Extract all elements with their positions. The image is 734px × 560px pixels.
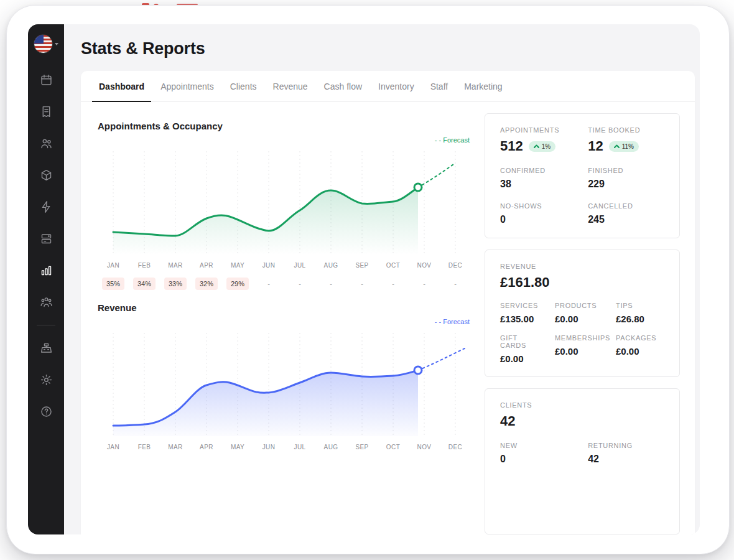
month-label: NOV [409,444,440,450]
occupancy-badge-empty: - [299,280,301,287]
appointments-label: APPOINTMENTS [500,126,588,134]
no-shows-value: 0 [500,214,588,225]
us-flag-icon [34,34,53,54]
sidebar-item-calendar[interactable] [40,73,53,86]
clients-value: 42 [500,413,664,429]
calendar-icon [40,73,53,86]
tab-clients[interactable]: Clients [222,71,265,101]
tab-marketing[interactable]: Marketing [456,71,510,101]
sidebar-nav-bottom [40,342,53,418]
sidebar-item-help[interactable] [40,405,53,418]
month-label: OCT [378,444,409,450]
tips-label: TIPS [616,302,664,309]
sidebar-item-clients[interactable] [40,137,53,150]
occupancy-badge-empty: - [267,280,270,287]
month-label: SEP [346,444,378,450]
occupancy-badge-empty: - [454,280,457,287]
no-shows-label: NO-SHOWS [500,202,588,210]
month-label: AUG [315,444,346,450]
tablet-frame: Stats & Reports Dashboard Appointments C… [6,5,730,554]
month-label: DEC [440,444,471,450]
returning-clients-value: 42 [588,454,664,465]
new-clients-label: NEW [500,442,588,449]
memberships-value: £0.00 [555,346,616,357]
sidebar-item-settings[interactable] [40,373,53,386]
tab-cashflow[interactable]: Cash flow [316,71,370,101]
tab-appointments[interactable]: Appointments [152,71,222,101]
month-label: JUL [284,444,315,450]
occupancy-month-axis: JANFEBMARAPRMAYJUNJULAUGSEPOCTNOVDEC [98,262,471,269]
cancelled-label: CANCELLED [588,202,664,210]
sidebar [28,24,64,534]
sidebar-item-inventory[interactable] [40,169,53,182]
trend-up-icon [534,144,539,148]
services-value: £135.00 [500,314,555,324]
sidebar-nav [40,73,53,309]
occupancy-badge-row: 35% 34% 33% 32% 29% - - - - - - - [98,276,471,291]
products-value: £0.00 [555,314,616,324]
cash-register-icon [40,342,53,355]
month-label: JUN [253,444,284,450]
sidebar-item-till[interactable] [40,232,53,245]
bar-chart-icon [40,264,53,277]
report-tabs: Dashboard Appointments Clients Revenue C… [81,71,695,102]
time-booked-value: 12 [588,138,603,154]
sidebar-item-register[interactable] [40,342,53,355]
account-flag-button[interactable] [34,34,58,54]
app-screen: Stats & Reports Dashboard Appointments C… [28,24,700,534]
sidebar-divider [37,325,55,325]
services-label: SERVICES [500,302,555,309]
tab-staff[interactable]: Staff [422,71,457,101]
occupancy-badge: 33% [164,278,187,290]
month-label: MAR [160,444,191,450]
time-booked-delta-badge: 11% [609,141,639,152]
month-label: OCT [378,262,409,269]
month-label: APR [191,262,222,269]
stats-cards-column: APPOINTMENTS 512 1% [485,113,680,534]
appointments-card: APPOINTMENTS 512 1% [485,113,680,238]
main-area: Stats & Reports Dashboard Appointments C… [64,24,700,534]
charts-column: Appointments & Occupancy - - Forecast [98,113,471,534]
appointments-value: 512 [500,138,523,154]
revenue-forecast-legend: - - Forecast [98,318,470,325]
chevron-down-icon [55,43,58,45]
occupancy-badge: 34% [133,278,156,290]
appointments-delta-badge: 1% [529,141,555,152]
cash-drawer-icon [40,232,53,245]
occupancy-badge-empty: - [392,280,394,287]
month-label: JUN [253,262,284,269]
gift-cards-label: GIFT CARDS [500,334,535,349]
time-booked-label: TIME BOOKED [588,126,664,134]
time-booked-delta: 11% [622,143,634,150]
occupancy-badge: 29% [226,278,249,290]
memberships-label: MEMBERSHIPS [555,334,616,342]
revenue-current-marker [414,366,422,374]
tab-revenue[interactable]: Revenue [265,71,316,101]
sidebar-item-reports[interactable] [40,264,53,277]
appointments-delta: 1% [542,143,550,150]
lightning-icon [40,200,53,213]
new-clients-value: 0 [500,454,588,465]
packages-label: PACKAGES [616,334,664,342]
month-label: MAY [222,444,253,450]
confirmed-value: 38 [500,179,588,190]
revenue-month-axis: JANFEBMARAPRMAYJUNJULAUGSEPOCTNOVDEC [98,444,471,450]
occupancy-badge-empty: - [330,280,332,287]
package-icon [40,169,53,182]
clients-card: CLIENTS 42 NEW 0 RETURNING 42 [485,388,680,534]
occupancy-badge: 35% [102,278,124,290]
month-label: MAR [160,262,191,269]
tab-dashboard[interactable]: Dashboard [91,71,152,101]
sidebar-item-team[interactable] [40,296,53,309]
reports-panel: Dashboard Appointments Clients Revenue C… [81,71,695,534]
sidebar-item-sales[interactable] [40,105,53,118]
gift-cards-value: £0.00 [500,353,535,364]
occupancy-badge: 32% [195,278,218,290]
cancelled-value: 245 [588,214,664,225]
finished-value: 229 [588,179,664,190]
occupancy-current-marker [414,184,422,191]
revenue-chart-block: Revenue - - Forecast [98,302,471,450]
sidebar-item-express[interactable] [40,200,53,213]
tab-inventory[interactable]: Inventory [370,71,422,101]
revenue-label: REVENUE [500,263,664,270]
